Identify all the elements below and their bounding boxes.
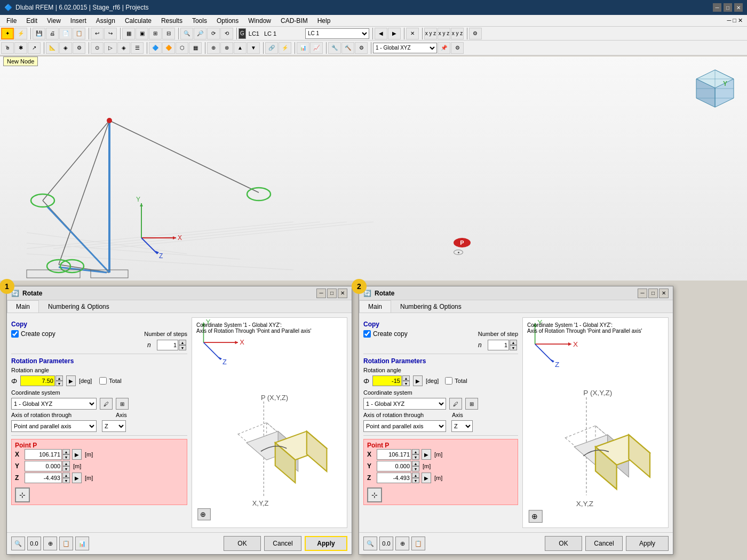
close-button[interactable]: ✕ xyxy=(734,3,743,12)
dialog-1-x-arrow[interactable]: ▶ xyxy=(72,449,82,460)
dialog-1-cs-btn-2[interactable]: ⊞ xyxy=(116,398,129,410)
tb-btn-20[interactable]: x y z xyxy=(424,28,437,39)
xyz-dropdown[interactable]: 1 - Global XYZ xyxy=(373,43,437,53)
tb2-btn-13[interactable]: ⬡ xyxy=(176,42,188,54)
dialog-1-cs-select[interactable]: 1 - Global XYZ xyxy=(11,398,97,410)
tb2-btn-19[interactable]: 🔗 xyxy=(265,42,278,54)
nav-cube[interactable]: Y xyxy=(694,67,736,110)
dialog-1-x-input[interactable] xyxy=(25,449,62,460)
tb2-btn-9[interactable]: ◈ xyxy=(117,42,130,54)
tb2-btn-12[interactable]: 🔶 xyxy=(162,42,175,54)
dialog-1-create-copy-checkbox[interactable] xyxy=(11,330,19,338)
dialog-1-x-down[interactable]: ▼ xyxy=(62,454,70,460)
dialog-2-axis-select[interactable]: Point and parallel axis xyxy=(363,420,446,432)
dialog-1-angle-down[interactable]: ▼ xyxy=(55,381,63,386)
dialog-2-cs-btn-2[interactable]: ⊞ xyxy=(465,398,478,410)
tb-btn-3[interactable]: 💾 xyxy=(33,28,45,39)
menu-insert[interactable]: Insert xyxy=(66,16,91,26)
menu-options[interactable]: Options xyxy=(212,16,243,26)
dialog-1-pick-point-btn[interactable]: ⊹ xyxy=(15,487,30,502)
dialog-1-ok-button[interactable]: OK xyxy=(224,536,261,551)
dialog-2-y-up[interactable]: ▲ xyxy=(412,461,419,466)
tb2-btn-7[interactable]: ⊙ xyxy=(91,42,104,54)
tb2-btn-1[interactable]: 🖱 xyxy=(1,42,14,54)
dialog-2-apply-button[interactable]: Apply xyxy=(626,536,669,551)
menu-results[interactable]: Results xyxy=(157,16,187,26)
tb2-btn-4[interactable]: 📐 xyxy=(46,42,59,54)
dialog-1-apply-button[interactable]: Apply xyxy=(305,536,347,551)
dialog-2-footer-btn4[interactable]: 📋 xyxy=(411,537,425,550)
tb-btn-11[interactable]: ⊞ xyxy=(149,28,162,39)
dialog-1-angle-input[interactable] xyxy=(20,375,55,386)
tb-btn-15[interactable]: ⟳ xyxy=(207,28,220,39)
menu-calculate[interactable]: Calculate xyxy=(121,16,156,26)
dialog-2-angle-input[interactable] xyxy=(372,375,402,386)
menu-help[interactable]: Help xyxy=(313,16,335,26)
tb-btn-21[interactable]: x y z xyxy=(438,28,450,39)
tb-btn-13[interactable]: 🔍 xyxy=(180,28,193,39)
tb2-btn-22[interactable]: 📈 xyxy=(310,42,323,54)
tb2-btn-17[interactable]: ▲ xyxy=(234,42,247,54)
menu-file[interactable]: File xyxy=(2,16,21,26)
tb2-btn-15[interactable]: ⊕ xyxy=(207,42,220,54)
dialog-1-z-input[interactable] xyxy=(25,473,62,483)
dialog-2-pick-point-btn[interactable]: ⊹ xyxy=(367,487,382,502)
tb-btn-23[interactable]: ⚙ xyxy=(469,28,482,39)
tb2-btn-5[interactable]: ◈ xyxy=(59,42,72,54)
tb-btn-12[interactable]: ⊟ xyxy=(162,28,175,39)
dialog-2-x-down[interactable]: ▼ xyxy=(412,454,419,460)
dialog-2-minimize[interactable]: ─ xyxy=(638,289,647,298)
dialog-1-footer-btn5[interactable]: 📊 xyxy=(75,537,89,550)
menu-assign[interactable]: Assign xyxy=(92,16,120,26)
tb2-btn-14[interactable]: ▦ xyxy=(189,42,202,54)
tb2-btn-6[interactable]: ⚙ xyxy=(73,42,85,54)
tb-btn-5[interactable]: 📄 xyxy=(59,28,72,39)
dialog-1-tab-numbering[interactable]: Numbering & Options xyxy=(39,300,118,313)
tb2-btn-11[interactable]: 🔷 xyxy=(149,42,162,54)
tb-btn-9[interactable]: ▦ xyxy=(122,28,135,39)
lc-dropdown[interactable]: LC 1 xyxy=(305,28,369,39)
dialog-1-tab-main[interactable]: Main xyxy=(7,300,39,313)
tb-btn-14[interactable]: 🔎 xyxy=(194,28,206,39)
dialog-1-y-input[interactable] xyxy=(25,461,62,471)
dialog-2-close[interactable]: ✕ xyxy=(659,289,669,298)
dialog-2-x-up[interactable]: ▲ xyxy=(412,449,419,454)
dialog-2-steps-up[interactable]: ▲ xyxy=(510,340,517,345)
dialog-1-steps-down[interactable]: ▼ xyxy=(179,345,186,350)
dialog-2-footer-search[interactable]: 🔍 xyxy=(363,537,377,550)
dialog-2-angle-arrow[interactable]: ▶ xyxy=(413,375,423,386)
dialog-2-z-down[interactable]: ▼ xyxy=(412,478,419,483)
dialog-1-y-down[interactable]: ▼ xyxy=(62,466,70,471)
dialog-1-cancel-button[interactable]: Cancel xyxy=(264,536,301,551)
menu-cad-bim[interactable]: CAD-BIM xyxy=(276,16,312,26)
dialog-1-angle-arrow[interactable]: ▶ xyxy=(66,375,76,386)
tb-undo[interactable]: ↩ xyxy=(91,28,104,39)
dialog-1-steps-up[interactable]: ▲ xyxy=(179,340,186,345)
dialog-1-angle-up[interactable]: ▲ xyxy=(55,375,63,381)
dialog-1-z-down[interactable]: ▼ xyxy=(62,478,70,483)
dialog-1-axis-select[interactable]: Point and parallel axis xyxy=(11,420,97,432)
menu-tools[interactable]: Tools xyxy=(188,16,211,26)
dialog-1-footer-search[interactable]: 🔍 xyxy=(11,537,25,550)
tb2-btn-24[interactable]: 🔨 xyxy=(341,42,354,54)
menu-window[interactable]: Window xyxy=(244,16,275,26)
dialog-2-create-copy-checkbox[interactable] xyxy=(363,330,371,338)
viewport[interactable]: X Y Z P xyxy=(0,57,747,281)
dialog-2-z-input[interactable] xyxy=(377,473,411,483)
dialog-2-y-input[interactable] xyxy=(377,461,411,471)
dialog-2-x-arrow[interactable]: ▶ xyxy=(422,449,431,460)
tb-btn-17[interactable]: ◀ xyxy=(375,28,387,39)
dialog-2-tab-main[interactable]: Main xyxy=(359,300,391,313)
dialog-2-steps-input[interactable] xyxy=(488,340,509,350)
dialog-1-footer-btn2[interactable]: 0.0 xyxy=(27,537,41,550)
dialog-1-footer-btn3[interactable]: ⊕ xyxy=(43,537,57,550)
dialog-2-axis-z-select[interactable]: Z xyxy=(451,420,473,432)
dialog-1-axis-z-select[interactable]: Z xyxy=(102,420,126,432)
dialog-2-tab-numbering[interactable]: Numbering & Options xyxy=(391,300,471,313)
minimize-button[interactable]: ─ xyxy=(713,3,721,12)
tb-redo[interactable]: ↪ xyxy=(104,28,117,39)
dialog-1-total-checkbox[interactable] xyxy=(99,377,107,385)
dialog-2-ok-button[interactable]: OK xyxy=(545,536,582,551)
tb2-btn-21[interactable]: 📊 xyxy=(297,42,309,54)
tb2-btn-3[interactable]: ↗ xyxy=(28,42,41,54)
